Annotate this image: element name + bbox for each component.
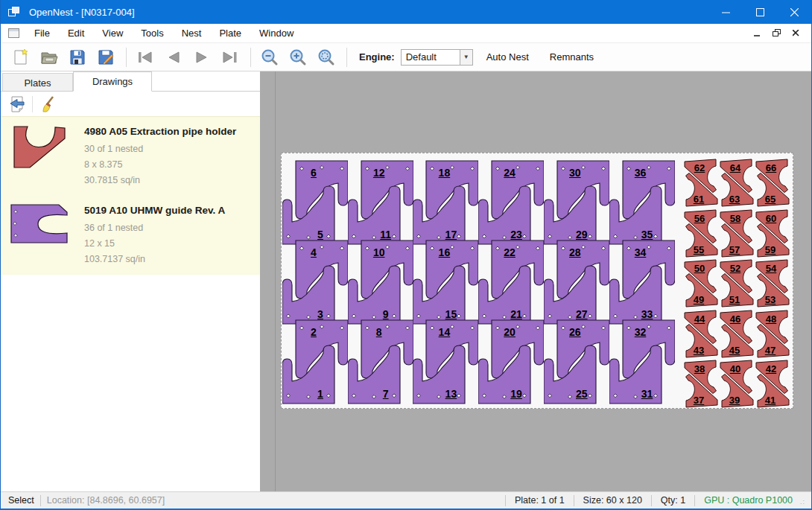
nested-part-pair[interactable]: 4443 xyxy=(683,309,719,360)
go-first-button[interactable] xyxy=(134,46,156,68)
canvas-guide-line xyxy=(275,71,276,491)
nested-part-pair[interactable]: 3029 xyxy=(544,159,609,246)
title-bar: OpenNest - [N0317-004] xyxy=(1,0,811,24)
open-button[interactable] xyxy=(38,46,60,68)
nested-part-pair[interactable]: 1211 xyxy=(348,159,413,246)
child-close-button[interactable] xyxy=(787,26,804,41)
new-document-button[interactable] xyxy=(10,46,32,68)
menu-bar: File Edit View Tools Nest Plate Window xyxy=(1,24,811,42)
plate-sheet[interactable]: 6512111817242330293635431091615222128273… xyxy=(281,153,793,409)
drawing-item[interactable]: 4980 A05 Extraction pipe holder 30 of 1 … xyxy=(1,117,260,196)
import-drawing-button[interactable] xyxy=(7,95,28,114)
part-number: 13 xyxy=(445,388,457,400)
part-number: 22 xyxy=(504,246,516,258)
zoom-in-button[interactable] xyxy=(287,46,309,68)
nested-part-pair[interactable]: 3837 xyxy=(683,359,719,409)
auto-nest-button[interactable]: Auto Nest xyxy=(479,48,536,66)
go-next-icon xyxy=(194,51,209,64)
child-minimize-button[interactable] xyxy=(749,26,765,41)
nested-part-pair[interactable]: 43 xyxy=(282,239,348,325)
menu-edit[interactable]: Edit xyxy=(59,25,93,42)
nested-part-pair[interactable]: 5857 xyxy=(719,208,755,259)
resize-grip[interactable]: .: xyxy=(800,498,809,507)
nested-part-pair[interactable]: 109 xyxy=(348,239,413,325)
tab-plates[interactable]: Plates xyxy=(2,73,73,91)
nested-part-pair[interactable]: 1413 xyxy=(413,319,478,405)
app-icon xyxy=(8,7,20,17)
nested-part-pair[interactable]: 21 xyxy=(282,319,348,405)
engine-select[interactable]: Default xyxy=(401,49,460,66)
tab-drawings[interactable]: Drawings xyxy=(73,71,152,92)
go-last-button[interactable] xyxy=(219,46,241,68)
nested-part-pair[interactable]: 3635 xyxy=(609,159,675,246)
nested-part-pair[interactable]: 2221 xyxy=(478,239,544,325)
go-last-icon xyxy=(222,51,238,64)
nested-part-pair[interactable]: 5049 xyxy=(683,258,719,309)
nested-part-pair[interactable]: 4039 xyxy=(719,359,755,409)
part-number: 59 xyxy=(765,244,775,255)
part-number: 37 xyxy=(694,395,704,406)
nest-canvas[interactable]: 6512111817242330293635431091615222128273… xyxy=(260,71,811,491)
part-number: 25 xyxy=(576,388,588,400)
nested-part-pair[interactable]: 6665 xyxy=(755,158,790,208)
part-number: 63 xyxy=(729,194,740,205)
nested-part-pair[interactable]: 6261 xyxy=(683,158,719,208)
part-number: 66 xyxy=(766,162,776,173)
nested-part-pair[interactable]: 6463 xyxy=(719,158,755,208)
mdi-child-icon[interactable] xyxy=(8,28,19,38)
save-as-button[interactable] xyxy=(95,46,117,68)
zoom-fit-icon xyxy=(317,48,335,66)
part-number: 39 xyxy=(729,395,740,406)
main-toolbar: Engine: Default ▼ Auto Nest Remnants xyxy=(1,42,811,71)
app-window: OpenNest - [N0317-004] File Edit View To… xyxy=(0,0,812,510)
child-restore-button[interactable] xyxy=(768,26,784,41)
part-number: 56 xyxy=(694,213,705,224)
go-previous-button[interactable] xyxy=(162,46,185,68)
drawing-thumbnail-red xyxy=(10,124,84,188)
zoom-fit-button[interactable] xyxy=(315,46,337,68)
nested-part-pair[interactable]: 4645 xyxy=(719,309,755,360)
menu-nest[interactable]: Nest xyxy=(173,25,211,42)
nested-part-pair[interactable]: 1615 xyxy=(413,239,478,325)
maximize-button[interactable] xyxy=(743,0,777,24)
menu-plate[interactable]: Plate xyxy=(210,25,250,42)
part-number: 10 xyxy=(373,246,385,258)
nested-part-pair[interactable]: 3433 xyxy=(609,239,675,325)
nested-part-pair[interactable]: 3231 xyxy=(609,319,675,405)
nested-part-pair[interactable]: 87 xyxy=(348,319,413,405)
nested-part-pair[interactable]: 4847 xyxy=(755,309,790,360)
save-button[interactable] xyxy=(66,46,89,68)
remnants-button[interactable]: Remnants xyxy=(542,48,601,66)
nested-part-pair[interactable]: 65 xyxy=(282,159,348,246)
drawing-item[interactable]: 5019 A10 UHMW guide Rev. A 36 of 1 neste… xyxy=(1,196,260,275)
menu-tools[interactable]: Tools xyxy=(132,25,172,42)
nested-part-pair[interactable]: 2423 xyxy=(478,159,544,246)
go-next-button[interactable] xyxy=(191,46,213,68)
nested-part-pair[interactable]: 2827 xyxy=(544,239,609,325)
drawing-nested: 36 of 1 nested xyxy=(84,220,256,236)
nested-part-pair[interactable]: 5251 xyxy=(719,258,755,309)
engine-label: Engine: xyxy=(359,51,395,63)
nested-part-pair[interactable]: 5453 xyxy=(755,258,790,309)
nested-part-pair[interactable]: 2019 xyxy=(478,319,544,405)
nested-part-pair[interactable]: 1817 xyxy=(413,159,478,246)
status-size: Size: 60 x 120 xyxy=(580,495,645,506)
status-location: Location: [84.8696, 60.6957] xyxy=(47,495,165,506)
clean-button[interactable] xyxy=(37,95,58,114)
menu-window[interactable]: Window xyxy=(250,25,302,42)
part-number: 42 xyxy=(766,363,776,374)
close-button[interactable] xyxy=(777,0,811,24)
nested-part-pair[interactable]: 5655 xyxy=(683,208,719,259)
zoom-out-button[interactable] xyxy=(258,46,281,68)
toolbar-separator xyxy=(346,48,347,67)
nested-part-pair[interactable]: 4241 xyxy=(755,359,790,409)
minimize-button[interactable] xyxy=(708,0,743,24)
engine-dropdown-arrow[interactable]: ▼ xyxy=(460,49,473,66)
save-as-icon xyxy=(97,48,115,66)
menu-file[interactable]: File xyxy=(25,25,59,42)
nested-part-pair[interactable]: 6059 xyxy=(755,208,790,259)
status-gpu: GPU : Quadro P1000 xyxy=(701,495,796,506)
menu-view[interactable]: View xyxy=(93,25,132,42)
save-icon xyxy=(69,48,86,66)
nested-part-pair[interactable]: 2625 xyxy=(544,319,609,405)
